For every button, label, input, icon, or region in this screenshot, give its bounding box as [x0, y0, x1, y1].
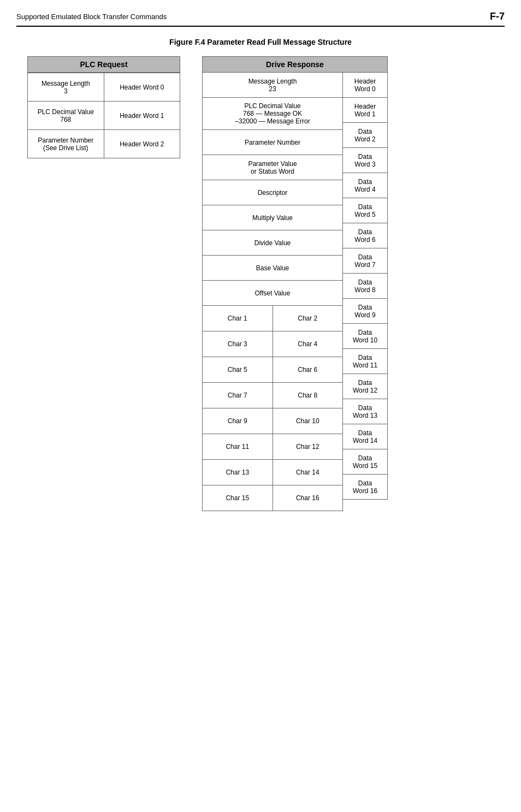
drive-response-section: Drive Response Message Length 23PLC Deci…	[202, 56, 388, 511]
drive-char-row-2: Char 5Char 6	[203, 357, 343, 383]
drive-single-row-5: Multiply Value	[203, 205, 343, 230]
char-left-0: Char 2	[273, 306, 344, 331]
drive-word-col: Header Word 0Header Word 1Data Word 2Dat…	[343, 73, 388, 511]
char-right-7: Char 15	[203, 485, 273, 511]
drive-char-word-1: Data Word 10	[343, 324, 388, 349]
drive-word-3: Data Word 3	[343, 148, 388, 173]
drive-char-row-5: Char 11Char 12	[203, 434, 343, 460]
drive-single-row-0: Message Length 23	[203, 73, 343, 98]
char-left-2: Char 6	[273, 357, 344, 382]
plc-left-cell-0: Message Length 3	[28, 73, 104, 102]
char-left-1: Char 4	[273, 331, 344, 357]
drive-char-word-0: Data Word 9	[343, 299, 388, 324]
drive-word-1: Header Word 1	[343, 98, 388, 123]
plc-left-cell-2: Parameter Number (See Drive List)	[28, 130, 104, 158]
char-right-3: Char 7	[203, 383, 273, 408]
char-left-7: Char 16	[273, 485, 344, 511]
drive-char-word-6: Data Word 15	[343, 449, 388, 475]
drive-word-6: Data Word 6	[343, 223, 388, 248]
plc-request-section: PLC Request Message Length 3Header Word …	[27, 56, 180, 158]
drive-char-row-1: Char 3Char 4	[203, 331, 343, 357]
char-right-4: Char 9	[203, 408, 273, 434]
char-left-4: Char 10	[273, 408, 344, 434]
char-right-0: Char 1	[203, 306, 273, 331]
char-right-5: Char 11	[203, 434, 273, 459]
drive-char-row-6: Char 13Char 14	[203, 460, 343, 485]
plc-request-header: PLC Request	[27, 56, 180, 73]
char-left-5: Char 12	[273, 434, 344, 459]
drive-char-word-3: Data Word 12	[343, 374, 388, 399]
drive-single-row-1: PLC Decimal Value 768 — Message OK –3200…	[203, 98, 343, 130]
drive-main-content: Message Length 23PLC Decimal Value 768 —…	[203, 73, 343, 511]
figure-title: Figure F.4 Parameter Read Full Message S…	[16, 38, 505, 46]
plc-right-cell-0: Header Word 0	[104, 73, 181, 102]
drive-char-row-3: Char 7Char 8	[203, 383, 343, 408]
drive-word-7: Data Word 7	[343, 248, 388, 274]
drive-char-word-2: Data Word 11	[343, 349, 388, 374]
char-right-6: Char 13	[203, 460, 273, 485]
drive-char-word-4: Data Word 13	[343, 399, 388, 424]
drive-word-5: Data Word 5	[343, 198, 388, 223]
page-number: F-7	[490, 11, 505, 22]
page-title: Supported Emulated Block Transfer Comman…	[16, 13, 167, 21]
char-left-6: Char 14	[273, 460, 344, 485]
drive-single-row-7: Base Value	[203, 256, 343, 281]
drive-single-row-8: Offset Value	[203, 281, 343, 306]
drive-char-word-5: Data Word 14	[343, 424, 388, 449]
char-right-1: Char 3	[203, 331, 273, 357]
diagram: PLC Request Message Length 3Header Word …	[27, 56, 505, 511]
drive-word-4: Data Word 4	[343, 173, 388, 198]
drive-char-row-7: Char 15Char 16	[203, 485, 343, 511]
drive-single-row-3: Parameter Value or Status Word	[203, 155, 343, 180]
drive-word-0: Header Word 0	[343, 73, 388, 98]
char-right-2: Char 5	[203, 357, 273, 382]
drive-char-row-4: Char 9Char 10	[203, 408, 343, 434]
plc-right-cell-2: Header Word 2	[104, 130, 181, 158]
drive-response-body: Message Length 23PLC Decimal Value 768 —…	[202, 73, 388, 511]
page-header: Supported Emulated Block Transfer Comman…	[16, 11, 505, 27]
drive-word-2: Data Word 2	[343, 123, 388, 148]
drive-response-header: Drive Response	[202, 56, 388, 73]
drive-word-8: Data Word 8	[343, 274, 388, 299]
plc-left-cell-1: PLC Decimal Value 768	[28, 102, 104, 130]
drive-single-row-6: Divide Value	[203, 230, 343, 256]
drive-response-area: Drive Response Message Length 23PLC Deci…	[202, 56, 431, 511]
drive-char-word-7: Data Word 16	[343, 475, 388, 500]
drive-single-row-4: Descriptor	[203, 180, 343, 205]
plc-request-grid: Message Length 3Header Word 0PLC Decimal…	[27, 73, 180, 158]
plc-right-cell-1: Header Word 1	[104, 102, 181, 130]
drive-single-row-2: Parameter Number	[203, 130, 343, 155]
char-left-3: Char 8	[273, 383, 344, 408]
drive-char-row-0: Char 1Char 2	[203, 306, 343, 331]
